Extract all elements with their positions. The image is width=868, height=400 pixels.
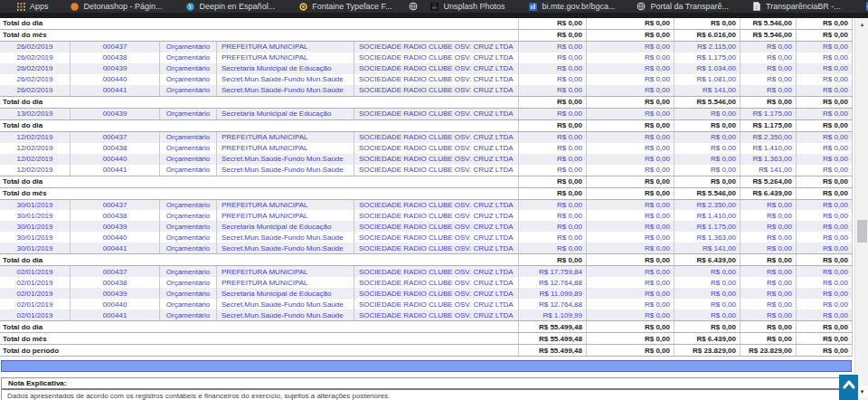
payment-type: Orçamentário: [160, 210, 217, 221]
payment-row[interactable]: 12/02/2019000441OrçamentárioSecret.Mun.S…: [0, 165, 853, 176]
amount-value: R$ 0,00: [797, 52, 853, 63]
amount-value: R$ 0,00: [797, 210, 853, 221]
amount-value: R$ 0,00: [587, 188, 675, 199]
payment-row[interactable]: 12/02/2019000437OrçamentárioPREFEITURA M…: [0, 132, 853, 143]
document-number: 000438: [71, 277, 160, 288]
payment-row[interactable]: 02/01/2019000440OrçamentárioSecret.Mun.S…: [0, 299, 853, 310]
total-row: Total do diaR$ 0,00R$ 0,00R$ 6.439,00R$ …: [0, 253, 853, 266]
total-row: Total do diaR$ 55.499,48R$ 0,00R$ 0,00R$…: [0, 320, 853, 333]
total-row-label: Total do período: [0, 345, 519, 356]
bookmark-item-fontaine-typeface-f[interactable]: Fontaine Typeface F...: [298, 2, 392, 11]
amount-value: R$ 0,00: [519, 254, 587, 265]
payee-name: SOCIEDADE RADIO CLUBE OSV. CRUZ LTDA: [354, 288, 519, 299]
payment-row[interactable]: 02/01/2019000439OrçamentárioSecretaria M…: [0, 288, 853, 299]
amount-value: R$ 0,00: [797, 143, 853, 154]
amount-value: R$ 1.175,00: [675, 221, 741, 232]
amount-value: R$ 0,00: [587, 288, 675, 299]
total-row-label: Total do mês: [0, 333, 519, 344]
payee-name: SOCIEDADE RADIO CLUBE OSV. CRUZ LTDA: [354, 63, 519, 74]
payment-date: 12/02/2019: [0, 132, 71, 143]
amount-value: R$ 0,00: [797, 266, 853, 277]
payment-row[interactable]: 26/02/2019000441OrçamentárioSecret.Mun.S…: [0, 85, 853, 96]
bookmark-item-unsplash-photos[interactable]: Unsplash Photos: [430, 2, 505, 11]
document-number: 000437: [71, 200, 160, 211]
payee-name: SOCIEDADE RADIO CLUBE OSV. CRUZ LTDA: [354, 266, 519, 277]
amount-value: R$ 0,00: [675, 288, 741, 299]
management-unit: PREFEITURA MUNICIPAL: [217, 52, 354, 63]
amount-value: R$ 0,00: [587, 210, 675, 221]
document-number: 000438: [71, 143, 160, 154]
payment-row[interactable]: 02/01/2019000437OrçamentárioPREFEITURA M…: [0, 266, 853, 277]
amount-value: R$ 0,00: [519, 188, 587, 199]
bookmark-item-transpar-nciabr[interactable]: TransparênciaBR -...: [752, 2, 841, 11]
bookmark-item-untitled[interactable]: [409, 2, 418, 11]
payment-row[interactable]: 02/01/2019000441OrçamentárioSecret.Mun.S…: [0, 310, 853, 320]
payment-date: 26/02/2019: [0, 63, 71, 74]
amount-value: R$ 0,00: [587, 200, 675, 211]
amount-value: R$ 12.764,88: [519, 277, 587, 288]
bookmark-item-bi-mte-gov-br-bgca[interactable]: bi.mte.gov.br/bgca...: [529, 2, 616, 11]
payment-date: 26/02/2019: [0, 42, 71, 52]
amount-value: R$ 0,00: [741, 243, 797, 253]
management-unit: PREFEITURA MUNICIPAL: [217, 277, 354, 288]
bookmark-item-deepin-en-espa-ol[interactable]: Deepin en Español...: [186, 2, 276, 11]
payment-row[interactable]: 02/01/2019000438OrçamentárioPREFEITURA M…: [0, 277, 853, 288]
payment-type: Orçamentário: [160, 221, 217, 232]
payment-row[interactable]: 30/01/2019000438OrçamentárioPREFEITURA M…: [0, 210, 853, 221]
amount-value: R$ 0,00: [587, 85, 675, 96]
payment-date: 26/02/2019: [0, 74, 71, 85]
management-unit: Secretaria Municipal de Educação: [217, 288, 354, 299]
document-number: 000440: [71, 154, 160, 165]
total-row-label: Total do dia: [0, 321, 519, 332]
amount-value: R$ 0,00: [519, 200, 587, 211]
bookmark-item-detonashop-p-gin[interactable]: Detonashop - Págin...: [71, 2, 163, 11]
payment-row[interactable]: 26/02/2019000439OrçamentárioSecretaria M…: [0, 63, 853, 74]
management-unit: Secret.Mun.Saúde-Fundo Mun.Saúde: [217, 243, 354, 253]
amount-value: R$ 0,00: [797, 42, 853, 52]
payment-row[interactable]: 13/02/2019000439OrçamentárioSecretaria M…: [0, 109, 853, 119]
document-number: 000437: [71, 132, 160, 143]
amount-value: R$ 0,00: [587, 310, 675, 320]
amount-value: R$ 0,00: [519, 221, 587, 232]
amount-value: R$ 0,00: [797, 288, 853, 299]
amount-value: R$ 0,00: [587, 221, 675, 232]
amount-value: R$ 0,00: [797, 299, 853, 310]
payment-date: 26/02/2019: [0, 85, 71, 96]
amount-value: R$ 1.363,00: [741, 154, 797, 165]
nota-explicativa-body: Dados apresentados de acordo com os regi…: [2, 390, 851, 400]
bookmark-item-apps[interactable]: Apps: [16, 2, 49, 11]
payment-row[interactable]: 12/02/2019000438OrçamentárioPREFEITURA M…: [0, 143, 853, 154]
vertical-scrollbar[interactable]: ▲ ▼: [854, 18, 868, 400]
document-number: 000437: [71, 266, 160, 277]
payment-row[interactable]: 26/02/2019000438OrçamentárioPREFEITURA M…: [0, 52, 853, 63]
document-number: 000440: [71, 299, 160, 310]
scroll-to-top-button[interactable]: [839, 375, 858, 400]
document-number: 000440: [71, 74, 160, 85]
total-row: Total do diaR$ 0,00R$ 0,00R$ 0,00R$ 1.17…: [0, 119, 853, 132]
amount-value: R$ 0,00: [587, 277, 675, 288]
amount-value: R$ 0,00: [741, 288, 797, 299]
amount-value: R$ 0,00: [741, 299, 797, 310]
bookmark-label: Apps: [30, 2, 49, 11]
amount-value: R$ 0,00: [519, 210, 587, 221]
bookmark-item-portal-da-transpar[interactable]: Portal da Transparê...: [637, 2, 729, 11]
payment-row[interactable]: 30/01/2019000439OrçamentárioSecretaria M…: [0, 221, 853, 232]
payment-row[interactable]: 12/02/2019000440OrçamentárioSecret.Mun.S…: [0, 154, 853, 165]
document-number: 000439: [71, 221, 160, 232]
payment-row[interactable]: 30/01/2019000437OrçamentárioPREFEITURA M…: [0, 200, 853, 211]
payment-row[interactable]: 30/01/2019000440OrçamentárioSecret.Mun.S…: [0, 232, 853, 243]
payment-row[interactable]: 30/01/2019000441OrçamentárioSecret.Mun.S…: [0, 243, 853, 253]
payment-type: Orçamentário: [160, 200, 217, 211]
scroll-up-arrow-icon[interactable]: ▲: [855, 18, 868, 30]
amount-value: R$ 1.175,00: [741, 120, 797, 131]
payment-date: 30/01/2019: [0, 243, 71, 253]
payment-row[interactable]: 26/02/2019000437OrçamentárioPREFEITURA M…: [0, 42, 853, 52]
management-unit: Secret.Mun.Saúde-Fundo Mun.Saúde: [217, 85, 354, 96]
scrollbar-thumb[interactable]: [857, 220, 867, 243]
nota-explicativa-title: Nota Explicativa:: [2, 378, 851, 390]
amount-value: R$ 1.081,00: [675, 74, 741, 85]
horizontal-scrollbar[interactable]: [1, 360, 852, 372]
total-row: Total do diaR$ 0,00R$ 0,00R$ 5.546,00R$ …: [0, 96, 853, 109]
amount-value: R$ 0,00: [519, 74, 587, 85]
payment-row[interactable]: 26/02/2019000440OrçamentárioSecret.Mun.S…: [0, 74, 853, 85]
